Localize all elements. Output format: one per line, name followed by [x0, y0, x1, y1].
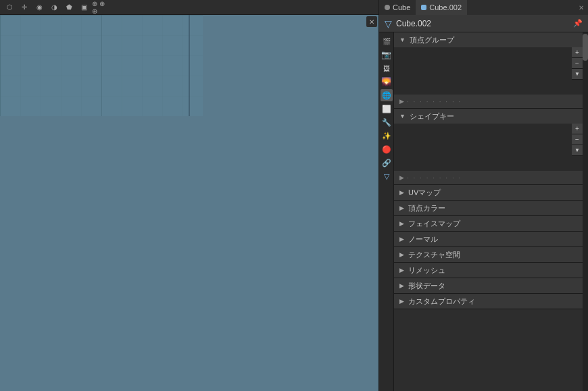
properties-scrollbar-thumb[interactable]	[583, 34, 588, 61]
cube-tab-label: Cube	[393, 3, 410, 11]
shape-data-header[interactable]: ▶ 形状データ	[394, 278, 583, 293]
vertex-group-header[interactable]: ▼ 頂点グループ	[394, 32, 583, 47]
vertex-color-section: ▶ 頂点カラー	[394, 201, 583, 216]
vertex-group-remove-btn[interactable]: −	[572, 58, 583, 69]
vertex-color-header[interactable]: ▶ 頂点カラー	[394, 201, 583, 215]
normal-label: ノーマル	[408, 234, 438, 244]
shape-key-list: + − ▼	[394, 124, 583, 171]
texture-space-section: ▶ テクスチャ空間	[394, 247, 583, 263]
shape-key-add-btn[interactable]: +	[572, 124, 583, 134]
toolbar-left: ⬡ ✛ ◉ ◑ ⬟ ▣ ⊕ ⊕ ⊕	[0, 1, 108, 14]
shape-key-section: ▼ シェイプキー + − ▼	[394, 109, 583, 185]
texture-space-header[interactable]: ▶ テクスチャ空間	[394, 247, 583, 262]
shape-key-header[interactable]: ▼ シェイプキー	[394, 109, 583, 124]
properties-header-name: Cube.002	[396, 19, 569, 28]
uv-map-section: ▶ UVマップ	[394, 185, 583, 201]
normal-header[interactable]: ▶ ノーマル	[394, 232, 583, 246]
remesh-label: リメッシュ	[408, 265, 445, 276]
texture-space-arrow: ▶	[399, 251, 404, 258]
vertex-group-label: 頂点グループ	[410, 35, 454, 45]
vertex-group-footer: ▶ · · · · · · · · ·	[394, 95, 583, 108]
remesh-section: ▶ リメッシュ	[394, 263, 583, 278]
properties-header-mesh-icon: ▽	[385, 18, 392, 29]
properties-pin-icon[interactable]: 📌	[573, 19, 583, 28]
sidebar-icon-render[interactable]: 🎬	[381, 35, 393, 47]
shape-data-label: 形状データ	[408, 281, 445, 291]
sidebar-icon-scene[interactable]: 🌄	[381, 76, 393, 88]
top-toolbar: ⬡ ✛ ◉ ◑ ⬟ ▣ ⊕ ⊕ ⊕ Cube Cube.002 ✕	[0, 0, 588, 15]
vertex-color-label: 頂点カラー	[408, 203, 445, 213]
uv-map-header[interactable]: ▶ UVマップ	[394, 185, 583, 200]
remesh-arrow: ▶	[399, 267, 404, 273]
sidebar-icon-modifier[interactable]: 🔧	[381, 116, 393, 128]
vertex-group-section: ▼ 頂点グループ + − ▼	[394, 32, 583, 109]
shape-key-footer: ▶ · · · · · · · · ·	[394, 171, 583, 184]
sidebar-icon-particles[interactable]: ✨	[381, 130, 393, 142]
normal-arrow: ▶	[399, 236, 404, 242]
properties-inner: ▼ 頂点グループ + − ▼	[394, 32, 583, 391]
cube002-tab[interactable]: Cube.002	[416, 0, 467, 15]
overlay-icon[interactable]: ⬟	[62, 1, 76, 14]
sidebar-icon-world[interactable]: 🌐	[381, 89, 393, 101]
shading-icon[interactable]: ◑	[47, 1, 61, 14]
shape-key-more-btn[interactable]: ▼	[572, 145, 583, 156]
cursor-icon[interactable]: ✛	[18, 1, 31, 14]
vertex-group-content: + − ▼ ▶ · · · · · · · · ·	[394, 47, 583, 108]
texture-space-label: テクスチャ空間	[408, 250, 460, 260]
viewport[interactable]: Y X Z ✕	[0, 15, 378, 391]
xray-icon[interactable]: ▣	[77, 1, 91, 14]
face-map-label: フェイスマップ	[408, 219, 460, 229]
shape-key-label: シェイプキー	[410, 111, 454, 122]
vertex-group-controls: + − ▼	[572, 47, 583, 80]
shape-data-arrow: ▶	[399, 282, 404, 289]
vertex-group-list: + − ▼	[394, 47, 583, 95]
sidebar-icon-data[interactable]: ▽	[381, 170, 393, 182]
uv-map-label: UVマップ	[408, 188, 441, 198]
cube002-tab-label: Cube.002	[429, 3, 462, 11]
vertex-group-arrow: ▼	[399, 36, 406, 43]
shape-key-footer-arrow[interactable]: ▶	[399, 174, 404, 181]
custom-prop-header[interactable]: ▶ カスタムプロパティ	[394, 294, 583, 309]
sidebar-icon-constraints[interactable]: 🔗	[381, 157, 393, 169]
shape-key-footer-dots: · · · · · · · · ·	[407, 174, 462, 182]
normal-section: ▶ ノーマル	[394, 232, 583, 247]
vertex-color-arrow: ▶	[399, 205, 404, 211]
remesh-header[interactable]: ▶ リメッシュ	[394, 263, 583, 278]
header-settings-icon[interactable]: ✕	[574, 1, 588, 14]
shape-key-controls: + − ▼	[572, 124, 583, 156]
icon-sidebar: 🎬 📷 🖼 🌄 🌐 ⬜ 🔧 ✨ 🔴 🔗 ▽	[379, 32, 394, 391]
sidebar-icon-object[interactable]: ⬜	[381, 103, 393, 115]
select-tool-icon[interactable]: ⬡	[3, 1, 16, 14]
shape-key-arrow: ▼	[399, 113, 406, 120]
shape-key-content: + − ▼ ▶ · · · · · · · · ·	[394, 124, 583, 184]
cube002-tab-icon	[421, 5, 426, 10]
properties-header: ▽ Cube.002 📌	[379, 15, 588, 32]
sidebar-icon-physics[interactable]: 🔴	[381, 143, 393, 155]
custom-prop-arrow: ▶	[399, 298, 404, 305]
custom-prop-label: カスタムプロパティ	[408, 296, 475, 307]
face-map-arrow: ▶	[399, 220, 404, 227]
viewport-close-icon[interactable]: ✕	[366, 16, 377, 27]
vertex-group-footer-arrow[interactable]: ▶	[399, 98, 404, 105]
shape-data-section: ▶ 形状データ	[394, 278, 583, 294]
face-map-section: ▶ フェイスマップ	[394, 216, 583, 232]
right-header: Cube Cube.002 ✕	[378, 0, 588, 15]
cube-tab[interactable]: Cube	[379, 0, 416, 15]
vertex-group-footer-dots: · · · · · · · · ·	[407, 98, 462, 105]
vertex-group-add-btn[interactable]: +	[572, 47, 583, 58]
viewport-grid: Y X Z	[0, 15, 203, 116]
custom-prop-section: ▶ カスタムプロパティ	[394, 294, 583, 309]
vertex-group-more-btn[interactable]: ▼	[572, 69, 583, 80]
uv-map-arrow: ▶	[399, 189, 404, 196]
properties-scrollbar[interactable]	[583, 32, 588, 391]
sidebar-icon-view[interactable]: 🖼	[381, 62, 393, 74]
properties-panel: ▽ Cube.002 📌 🎬 📷 🖼 🌄 🌐 ⬜ 🔧 ✨ 🔴 🔗	[378, 15, 588, 391]
cube-tab-icon	[385, 5, 390, 10]
view-icon[interactable]: ◉	[32, 1, 46, 14]
shape-key-remove-btn[interactable]: −	[572, 134, 583, 145]
sidebar-icon-output[interactable]: 📷	[381, 49, 393, 61]
mode-icon[interactable]: ⊕ ⊕ ⊕	[92, 1, 105, 14]
face-map-header[interactable]: ▶ フェイスマップ	[394, 216, 583, 231]
properties-content: 🎬 📷 🖼 🌄 🌐 ⬜ 🔧 ✨ 🔴 🔗 ▽	[379, 32, 588, 391]
svg-rect-2	[0, 15, 203, 116]
